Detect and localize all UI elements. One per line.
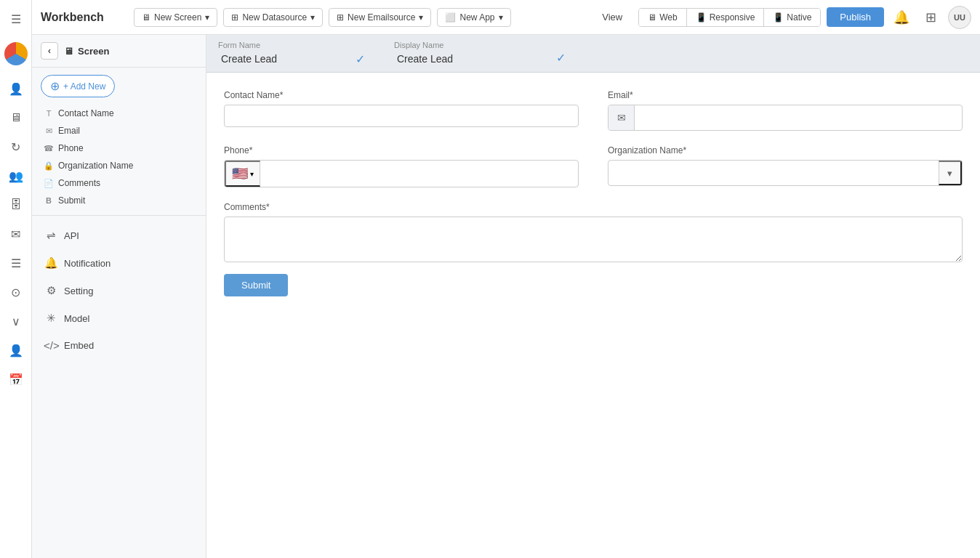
- grid-apps-icon[interactable]: ⊞: [919, 6, 942, 29]
- monitor-icon[interactable]: 🖥: [3, 105, 29, 131]
- phone-flag-button[interactable]: 🇺🇸 ▾: [225, 161, 260, 187]
- new-datasource-button[interactable]: ⊞ New Datasource ▾: [223, 8, 323, 27]
- email-label: Email*: [608, 90, 963, 100]
- app-icon: ⬜: [445, 12, 456, 23]
- datasource-icon: ⊞: [231, 12, 238, 23]
- email-input[interactable]: [635, 108, 962, 129]
- back-button[interactable]: ‹: [41, 42, 58, 60]
- comments-label: Comments*: [224, 202, 963, 212]
- form-area: Contact Name* Email* ✉: [206, 73, 980, 558]
- field-contact-name[interactable]: T Contact Name: [41, 105, 197, 122]
- menu-model[interactable]: ✳ Model: [32, 304, 206, 332]
- screen-header: ‹ 🖥 Screen: [32, 35, 206, 68]
- menu-setting[interactable]: ⚙ Setting: [32, 277, 206, 304]
- form-name-bar: Form Name ✓ Display Name ✓: [206, 35, 980, 73]
- notification-bell-icon[interactable]: 🔔: [890, 6, 913, 29]
- fields-list: T Contact Name ✉ Email ☎ Phone 🔒 Organiz…: [32, 105, 206, 209]
- display-name-label: Display Name: [394, 41, 527, 49]
- submit-button[interactable]: Submit: [224, 274, 288, 296]
- database-icon[interactable]: 🗄: [3, 192, 29, 218]
- user-icon[interactable]: 👤: [3, 76, 29, 102]
- contact-name-input[interactable]: [224, 105, 579, 127]
- form-name-input-wrap: ✓: [218, 52, 365, 66]
- comments-field: Comments*: [224, 202, 963, 262]
- topbar: Workbench 🖥 New Screen ▾ ⊞ New Datasourc…: [32, 0, 980, 35]
- api-icon: ⇌: [44, 229, 58, 242]
- screen-monitor-icon: 🖥: [64, 46, 73, 57]
- phone-label: Phone*: [224, 145, 579, 155]
- hamburger-icon[interactable]: ☰: [3, 6, 29, 32]
- phone-input[interactable]: [260, 163, 578, 185]
- org-name-field: Organization Name* ▾: [608, 145, 963, 187]
- form-name-check-icon: ✓: [356, 52, 365, 66]
- display-name-check-icon: ✓: [556, 51, 566, 65]
- mail-icon[interactable]: ✉: [3, 221, 29, 247]
- person-icon[interactable]: 👤: [3, 337, 29, 363]
- web-mode-button[interactable]: 🖥 Web: [639, 9, 686, 26]
- email-icon-box: ✉: [609, 105, 635, 130]
- flag-icon: 🇺🇸: [232, 166, 248, 182]
- left-panel: ‹ 🖥 Screen ⊕ + Add New T Contact Name ✉: [32, 35, 206, 558]
- view-mode-group: 🖥 Web 📱 Responsive 📱 Native: [638, 8, 821, 27]
- form-grid: Contact Name* Email* ✉: [224, 90, 963, 262]
- snowflake-icon: ✳: [44, 312, 58, 325]
- email-field-icon: ✉: [44, 126, 54, 136]
- org-input-wrap: ▾: [608, 160, 963, 186]
- contact-name-field: Contact Name*: [224, 90, 579, 131]
- display-name-input-wrap: [394, 52, 527, 66]
- field-submit[interactable]: B Submit: [41, 192, 197, 209]
- field-email[interactable]: ✉ Email: [41, 122, 197, 140]
- group-icon[interactable]: 👥: [3, 163, 29, 189]
- monitor-small-icon: 🖥: [142, 12, 150, 23]
- phone-field: Phone* 🇺🇸 ▾: [224, 145, 579, 187]
- field-comments[interactable]: 📄 Comments: [41, 174, 197, 192]
- dropdown-arrow4-icon: ▾: [499, 12, 503, 23]
- chevron-down-icon[interactable]: ∨: [3, 308, 29, 334]
- field-phone[interactable]: ☎ Phone: [41, 140, 197, 157]
- view-button[interactable]: View: [592, 8, 632, 26]
- form-name-input[interactable]: [218, 52, 351, 66]
- dropdown-arrow3-icon: ▾: [419, 12, 423, 23]
- new-app-button[interactable]: ⬜ New App ▾: [437, 8, 510, 27]
- responsive-mode-button[interactable]: 📱 Responsive: [687, 9, 765, 26]
- text-field-icon: T: [44, 109, 54, 118]
- native-icon: 📱: [773, 12, 784, 23]
- new-screen-button[interactable]: 🖥 New Screen ▾: [134, 8, 217, 27]
- content-area: ‹ 🖥 Screen ⊕ + Add New T Contact Name ✉: [32, 35, 980, 558]
- web-icon: 🖥: [648, 12, 656, 23]
- lock-field-icon: 🔒: [44, 161, 54, 171]
- topbar-right: View 🖥 Web 📱 Responsive 📱 Native Publish…: [592, 6, 971, 29]
- workbench-title: Workbench: [41, 11, 128, 24]
- form-name-group: Form Name ✓: [218, 41, 365, 66]
- field-org-name[interactable]: 🔒 Organization Name: [41, 157, 197, 174]
- home-icon[interactable]: [3, 41, 29, 67]
- menu-api[interactable]: ⇌ API: [32, 222, 206, 249]
- phone-field-icon: ☎: [44, 144, 54, 153]
- flag-dropdown-icon: ▾: [250, 170, 254, 178]
- comments-textarea[interactable]: [224, 217, 963, 262]
- avatar[interactable]: UU: [948, 6, 971, 29]
- form-name-label: Form Name: [218, 41, 365, 49]
- email-field: Email* ✉: [608, 90, 963, 131]
- publish-button[interactable]: Publish: [827, 7, 884, 27]
- native-mode-button[interactable]: 📱 Native: [764, 9, 820, 26]
- display-name-input[interactable]: [394, 52, 527, 66]
- refresh-icon[interactable]: ↻: [3, 134, 29, 160]
- gear-icon: ⚙: [44, 284, 58, 297]
- add-new-button[interactable]: ⊕ + Add New: [41, 75, 115, 97]
- new-emailsource-button[interactable]: ⊞ New Emailsource ▾: [329, 8, 431, 27]
- list-icon[interactable]: ☰: [3, 250, 29, 276]
- circle-icon[interactable]: ⊙: [3, 279, 29, 305]
- org-dropdown-button[interactable]: ▾: [939, 161, 962, 185]
- doc-field-icon: 📄: [44, 179, 54, 188]
- menu-notification[interactable]: 🔔 Notification: [32, 249, 206, 277]
- menu-embed[interactable]: </> Embed: [32, 332, 206, 359]
- email-input-wrap: ✉: [608, 105, 963, 131]
- embed-icon: </>: [44, 339, 58, 352]
- calendar-icon[interactable]: 📅: [3, 366, 29, 392]
- org-name-input[interactable]: [609, 163, 939, 184]
- display-name-group: Display Name: [394, 41, 527, 66]
- org-name-label: Organization Name*: [608, 145, 963, 155]
- bell-icon: 🔔: [44, 256, 58, 270]
- screen-title: 🖥 Screen: [64, 46, 109, 57]
